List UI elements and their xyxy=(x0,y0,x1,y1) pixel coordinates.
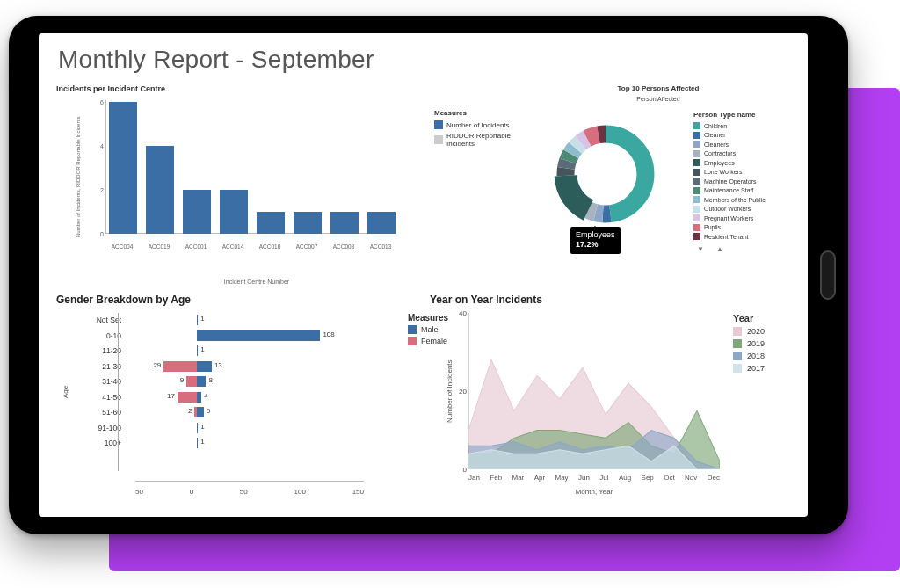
chart-d-x-axis-label: Month, Year xyxy=(468,488,720,496)
legend-label: Lone Workers xyxy=(704,169,742,175)
legend-swatch-icon xyxy=(693,141,700,148)
bar-male[interactable] xyxy=(197,330,320,341)
y-tick-label: 0 xyxy=(463,466,467,474)
value-label: 29 xyxy=(153,361,161,369)
chart-a-legend: Measures Number of IncidentsRIDDOR Repor… xyxy=(434,109,531,150)
legend-label: 2020 xyxy=(747,327,765,336)
x-tick-label: ACC019 xyxy=(142,243,176,250)
chart-c-plot-area: 110811329894176211 xyxy=(135,313,364,469)
x-tick-label: Feb xyxy=(490,474,502,482)
legend-item[interactable]: RIDDOR Reportable Incidents xyxy=(434,132,531,148)
legend-item[interactable]: Number of Incidents xyxy=(434,120,531,129)
x-tick-label: Jan xyxy=(468,474,480,482)
bar-female[interactable] xyxy=(178,392,197,403)
bar[interactable] xyxy=(183,190,211,234)
bar[interactable] xyxy=(109,102,137,234)
chart-gender-breakdown: Gender Breakdown by Age Age Not Set0-101… xyxy=(56,294,417,497)
chart-a-plot-area: 0246 ACC004ACC019ACC001ACC014ACC010ACC00… xyxy=(105,100,404,250)
legend-item[interactable]: Members of the Public xyxy=(693,196,799,203)
legend-label: Contractors xyxy=(704,150,736,156)
legend-item[interactable]: Children xyxy=(693,122,799,129)
legend-item[interactable]: 2019 xyxy=(733,339,799,348)
legend-label: Pregnant Workers xyxy=(704,215,753,221)
value-label: 1 xyxy=(200,315,204,323)
x-tick-label: 150 xyxy=(352,488,364,496)
x-tick-label: ACC004 xyxy=(105,243,139,250)
bar-male[interactable] xyxy=(197,361,212,372)
x-tick-label: 50 xyxy=(240,488,248,496)
legend-item[interactable]: Cleaners xyxy=(693,141,799,148)
y-tick-label: 6 xyxy=(100,99,104,105)
legend-swatch-icon xyxy=(693,224,700,231)
person-type-legend-title: Person Type name xyxy=(693,111,799,119)
legend-label: Children xyxy=(704,123,727,129)
legend-swatch-icon xyxy=(693,132,700,139)
legend-item[interactable]: 2020 xyxy=(733,327,799,336)
bar[interactable] xyxy=(367,212,396,234)
legend-label: Resident Tenant xyxy=(704,234,748,240)
chart-c-x-ticks: 50050100150 xyxy=(135,488,364,496)
chart-d-title: Year on Year Incidents xyxy=(430,294,799,306)
legend-item[interactable]: Outdoor Workers xyxy=(693,206,799,213)
x-tick-label: ACC014 xyxy=(216,243,250,250)
legend-item[interactable]: Machine Operators xyxy=(693,178,799,185)
bar-male[interactable] xyxy=(197,438,198,448)
x-tick-label: Apr xyxy=(534,474,545,482)
legend-swatch-icon xyxy=(408,325,417,334)
legend-item[interactable]: Lone Workers xyxy=(693,169,799,176)
chart-a-legend-title: Measures xyxy=(434,109,531,117)
bar[interactable] xyxy=(294,212,322,234)
bar-female[interactable] xyxy=(194,407,197,417)
bar-row: 417 xyxy=(135,390,364,404)
legend-item[interactable]: Cleaner xyxy=(693,132,799,139)
bar-female[interactable] xyxy=(163,361,197,372)
legend-swatch-icon xyxy=(408,337,417,345)
legend-swatch-icon xyxy=(434,120,443,129)
chart-incidents-per-centre: Incidents per Incident Centre Number of … xyxy=(56,84,425,287)
x-tick-label: Aug xyxy=(619,474,631,482)
tablet-home-button[interactable] xyxy=(820,250,836,300)
legend-label: Outdoor Workers xyxy=(704,206,751,212)
bar[interactable] xyxy=(220,190,248,234)
value-label: 108 xyxy=(323,330,334,338)
value-label: 8 xyxy=(208,376,212,384)
page-title: Monthly Report - September xyxy=(58,46,808,74)
bar-male[interactable] xyxy=(197,315,198,325)
chart-persons-affected: Top 10 Persons Affected Person Affected … xyxy=(518,84,799,269)
legend-label: Pupils xyxy=(704,224,721,230)
bar-male[interactable] xyxy=(197,392,201,403)
bar-male[interactable] xyxy=(197,407,204,417)
legend-label: Employees xyxy=(704,160,735,166)
legend-item[interactable]: Maintenance Staff xyxy=(693,187,799,194)
bar-female[interactable] xyxy=(186,376,197,387)
legend-item[interactable]: Pupils xyxy=(693,224,799,231)
bar[interactable] xyxy=(146,146,174,234)
legend-prev-icon[interactable]: ▼ xyxy=(697,245,704,253)
person-type-legend: Person Type name ChildrenCleanerCleaners… xyxy=(693,111,799,253)
bar-row: 1 xyxy=(135,313,364,327)
bar-male[interactable] xyxy=(197,345,198,356)
legend-item[interactable]: 2018 xyxy=(733,352,799,360)
bar-male[interactable] xyxy=(197,423,198,433)
legend-swatch-icon xyxy=(434,135,443,144)
report-screen: Monthly Report - September Incidents per… xyxy=(39,33,808,517)
x-tick-label: Mar xyxy=(512,474,524,482)
legend-label: Maintenance Staff xyxy=(704,187,753,193)
bar-row: 1329 xyxy=(135,359,364,374)
tooltip-value: 17.2% xyxy=(576,240,599,249)
bar[interactable] xyxy=(257,212,285,234)
bar[interactable] xyxy=(330,212,359,234)
y-tick-label: 40 xyxy=(459,309,467,317)
chart-a-title: Incidents per Incident Centre xyxy=(56,84,425,93)
legend-item[interactable]: Employees xyxy=(693,159,799,166)
legend-item[interactable]: Resident Tenant xyxy=(693,233,799,240)
legend-item[interactable]: Contractors xyxy=(693,150,799,157)
legend-next-icon[interactable]: ▲ xyxy=(716,245,723,253)
x-tick-label: Jul xyxy=(599,474,608,482)
bar-male[interactable] xyxy=(197,376,206,387)
chart-a-y-axis-label: Number of Incidents, RIDDOR Reportable I… xyxy=(76,100,86,253)
legend-item[interactable]: Pregnant Workers xyxy=(693,214,799,221)
legend-item[interactable]: 2017 xyxy=(733,364,799,373)
tablet-frame: Monthly Report - September Incidents per… xyxy=(9,16,848,534)
value-label: 1 xyxy=(200,423,204,431)
